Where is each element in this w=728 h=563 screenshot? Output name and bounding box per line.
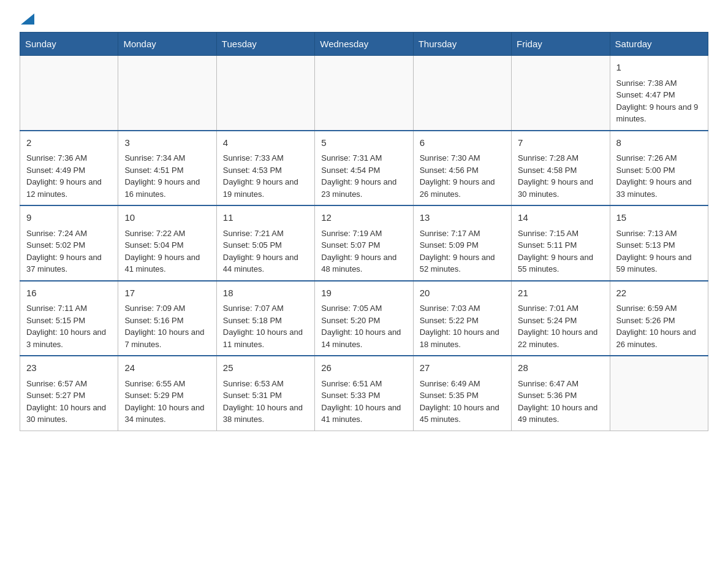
day-info: Daylight: 9 hours and 44 minutes. [223,251,308,275]
logo [20,15,34,22]
day-info: Sunset: 5:31 PM [223,389,308,402]
day-number: 17 [124,286,210,301]
day-info: Daylight: 9 hours and 30 minutes. [518,176,603,200]
calendar-cell: 15Sunrise: 7:13 AMSunset: 5:13 PMDayligh… [610,205,708,281]
day-info: Sunrise: 7:33 AM [223,152,308,164]
day-info: Sunrise: 7:34 AM [124,152,210,164]
day-info: Sunrise: 6:53 AM [223,378,308,390]
day-info: Sunset: 5:16 PM [124,315,210,327]
day-info: Sunset: 5:02 PM [26,239,112,251]
column-header-thursday: Thursday [413,33,511,56]
day-info: Sunset: 4:51 PM [124,164,210,177]
calendar-cell: 3Sunrise: 7:34 AMSunset: 4:51 PMDaylight… [118,131,216,206]
calendar-week-row: 1Sunrise: 7:38 AMSunset: 4:47 PMDaylight… [20,56,708,131]
day-number: 27 [420,361,505,375]
day-info: Daylight: 10 hours and 41 minutes. [321,402,406,426]
day-number: 22 [616,286,702,301]
day-number: 14 [518,211,603,225]
calendar-cell: 19Sunrise: 7:05 AMSunset: 5:20 PMDayligh… [315,281,413,356]
calendar-cell [118,56,216,131]
calendar-cell: 22Sunrise: 6:59 AMSunset: 5:26 PMDayligh… [610,281,708,356]
calendar-cell [216,56,314,131]
calendar-cell: 10Sunrise: 7:22 AMSunset: 5:04 PMDayligh… [118,205,216,281]
day-info: Sunset: 4:53 PM [223,164,308,177]
calendar-week-row: 2Sunrise: 7:36 AMSunset: 4:49 PMDaylight… [20,131,708,206]
calendar-cell: 9Sunrise: 7:24 AMSunset: 5:02 PMDaylight… [20,205,118,281]
day-info: Sunset: 5:11 PM [518,239,603,251]
calendar-cell: 14Sunrise: 7:15 AMSunset: 5:11 PMDayligh… [512,205,610,281]
day-info: Sunset: 5:04 PM [124,239,210,251]
calendar-cell: 2Sunrise: 7:36 AMSunset: 4:49 PMDaylight… [20,131,118,206]
calendar-cell: 11Sunrise: 7:21 AMSunset: 5:05 PMDayligh… [216,205,314,281]
day-info: Sunset: 5:27 PM [26,389,112,402]
day-number: 28 [518,361,603,375]
calendar-cell [413,56,511,131]
day-number: 19 [321,286,406,301]
calendar-week-row: 16Sunrise: 7:11 AMSunset: 5:15 PMDayligh… [20,281,708,356]
day-info: Sunrise: 7:26 AM [616,152,702,164]
calendar-cell: 21Sunrise: 7:01 AMSunset: 5:24 PMDayligh… [512,281,610,356]
day-info: Sunset: 5:33 PM [321,389,406,402]
day-number: 12 [321,211,406,225]
day-info: Sunrise: 6:51 AM [321,378,406,390]
day-info: Sunrise: 7:05 AM [321,302,406,315]
calendar-week-row: 23Sunrise: 6:57 AMSunset: 5:27 PMDayligh… [20,356,708,431]
day-info: Sunset: 5:09 PM [420,239,505,251]
day-info: Sunset: 5:07 PM [321,239,406,251]
day-number: 11 [223,211,308,225]
day-info: Daylight: 9 hours and 59 minutes. [616,251,702,275]
day-info: Daylight: 9 hours and 12 minutes. [26,176,112,200]
calendar-cell: 27Sunrise: 6:49 AMSunset: 5:35 PMDayligh… [413,356,511,431]
day-info: Sunrise: 7:22 AM [124,228,210,240]
column-header-sunday: Sunday [20,33,118,56]
day-info: Daylight: 9 hours and 16 minutes. [124,176,210,200]
day-info: Daylight: 10 hours and 49 minutes. [518,402,603,426]
day-info: Sunrise: 6:55 AM [124,378,210,390]
calendar-cell: 23Sunrise: 6:57 AMSunset: 5:27 PMDayligh… [20,356,118,431]
day-info: Sunset: 5:22 PM [420,315,505,327]
day-info: Sunrise: 7:07 AM [223,302,308,315]
day-info: Daylight: 10 hours and 18 minutes. [420,326,505,350]
day-number: 6 [420,136,505,150]
day-info: Daylight: 10 hours and 3 minutes. [26,326,112,350]
calendar-cell: 20Sunrise: 7:03 AMSunset: 5:22 PMDayligh… [413,281,511,356]
day-info: Sunset: 5:20 PM [321,315,406,327]
day-info: Sunset: 4:47 PM [616,89,702,101]
day-info: Sunset: 4:56 PM [420,164,505,177]
calendar-table: SundayMondayTuesdayWednesdayThursdayFrid… [20,32,708,431]
column-header-saturday: Saturday [610,33,708,56]
day-info: Daylight: 10 hours and 38 minutes. [223,402,308,426]
day-number: 15 [616,211,702,225]
calendar-header-row: SundayMondayTuesdayWednesdayThursdayFrid… [20,33,708,56]
day-info: Sunrise: 6:57 AM [26,378,112,390]
day-info: Sunset: 4:54 PM [321,164,406,177]
day-info: Sunrise: 7:19 AM [321,228,406,240]
day-number: 18 [223,286,308,301]
day-number: 9 [26,211,112,225]
calendar-cell: 16Sunrise: 7:11 AMSunset: 5:15 PMDayligh… [20,281,118,356]
calendar-cell: 7Sunrise: 7:28 AMSunset: 4:58 PMDaylight… [512,131,610,206]
day-info: Daylight: 9 hours and 19 minutes. [223,176,308,200]
day-info: Sunrise: 6:49 AM [420,378,505,390]
day-info: Sunset: 4:58 PM [518,164,603,177]
day-number: 4 [223,136,308,150]
calendar-cell [610,356,708,431]
day-info: Sunrise: 6:47 AM [518,378,603,390]
day-info: Sunset: 5:18 PM [223,315,308,327]
day-info: Daylight: 10 hours and 22 minutes. [518,326,603,350]
day-number: 26 [321,361,406,375]
day-info: Sunrise: 7:36 AM [26,152,112,164]
day-number: 21 [518,286,603,301]
calendar-cell: 1Sunrise: 7:38 AMSunset: 4:47 PMDaylight… [610,56,708,131]
calendar-cell: 17Sunrise: 7:09 AMSunset: 5:16 PMDayligh… [118,281,216,356]
logo-triangle-icon [21,13,34,25]
day-number: 7 [518,136,603,150]
day-info: Sunset: 5:24 PM [518,315,603,327]
day-info: Sunset: 5:29 PM [124,389,210,402]
calendar-cell: 28Sunrise: 6:47 AMSunset: 5:36 PMDayligh… [512,356,610,431]
calendar-cell [512,56,610,131]
calendar-cell: 8Sunrise: 7:26 AMSunset: 5:00 PMDaylight… [610,131,708,206]
calendar-cell: 6Sunrise: 7:30 AMSunset: 4:56 PMDaylight… [413,131,511,206]
day-info: Daylight: 10 hours and 7 minutes. [124,326,210,350]
day-info: Daylight: 9 hours and 48 minutes. [321,251,406,275]
